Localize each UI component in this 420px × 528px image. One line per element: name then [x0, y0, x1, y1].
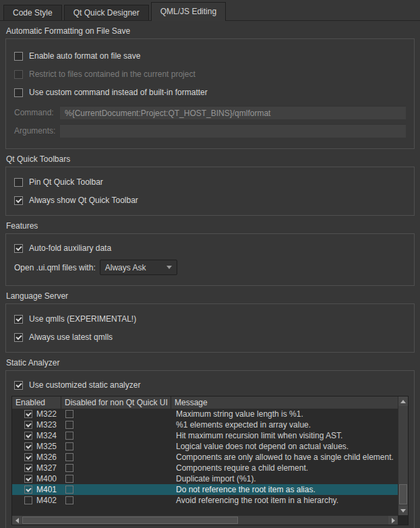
message-cell: Components require a child element.: [171, 463, 398, 473]
restrict-files-checkbox: [14, 70, 23, 79]
tab-code-style[interactable]: Code Style: [3, 5, 62, 20]
use-custom-analyzer-checkbox[interactable]: [14, 381, 23, 390]
vertical-scroll-thumb[interactable]: [399, 484, 407, 504]
latest-qmlls-checkbox[interactable]: [14, 333, 23, 342]
disabled-non-ui-cell: [61, 486, 171, 494]
message-code: M402: [36, 496, 57, 505]
table-row[interactable]: M402 Avoid referencing the root item in …: [12, 495, 398, 506]
enabled-checkbox[interactable]: [24, 453, 32, 461]
command-input: [60, 106, 406, 119]
tab-qt-quick-designer[interactable]: Qt Quick Designer: [64, 5, 149, 20]
open-with-selected-value: Always Ask: [105, 263, 146, 272]
enable-auto-format-label: Enable auto format on file save: [29, 51, 140, 61]
pin-toolbar-label: Pin Qt Quick Toolbar: [29, 177, 103, 187]
disabled-non-ui-cell: [61, 432, 171, 440]
scroll-down-button[interactable]: [398, 506, 408, 515]
scroll-up-button[interactable]: [398, 397, 408, 406]
message-cell: Maximum string value length is %1.: [171, 409, 398, 419]
disabled-non-ui-checkbox[interactable]: [65, 421, 73, 429]
message-code: M324: [36, 431, 57, 440]
message-cell: %1 elements expected in array value.: [171, 420, 398, 430]
enabled-checkbox[interactable]: [24, 421, 32, 429]
enabled-cell: M327: [12, 463, 61, 473]
chevron-down-icon: [167, 266, 172, 269]
table-row[interactable]: M400 Duplicate import (%1).: [12, 473, 398, 484]
left-arrow-icon: [16, 518, 19, 523]
command-row: Command:: [14, 106, 406, 119]
autofold-checkbox[interactable]: [14, 244, 23, 253]
enabled-checkbox[interactable]: [24, 486, 32, 494]
arguments-label: Arguments:: [14, 126, 60, 136]
enabled-checkbox[interactable]: [24, 496, 32, 504]
message-cell: Do not reference the root item as alias.: [171, 485, 398, 494]
use-qmlls-row: Use qmlls (EXPERIMENTAL!): [14, 314, 406, 324]
arguments-input: [60, 124, 406, 138]
horizontal-scrollbar[interactable]: [12, 515, 398, 525]
up-arrow-icon: [400, 400, 406, 403]
table-row[interactable]: M327 Components require a child element.: [12, 463, 398, 473]
pin-toolbar-checkbox[interactable]: [14, 178, 23, 187]
horizontal-scroll-thumb[interactable]: [22, 517, 238, 524]
message-code: M323: [36, 420, 57, 430]
message-cell: Hit maximum recursion limit when visitin…: [171, 431, 398, 440]
autofold-label: Auto-fold auxiliary data: [29, 243, 111, 253]
use-qmlls-checkbox[interactable]: [14, 315, 23, 324]
open-with-dropdown[interactable]: Always Ask: [100, 260, 177, 275]
disabled-non-ui-checkbox[interactable]: [65, 442, 73, 450]
analyzer-table-main: Enabled Disabled for non Qt Quick UI Mes…: [12, 397, 398, 515]
disabled-non-ui-checkbox[interactable]: [65, 453, 73, 461]
vertical-scrollbar[interactable]: [398, 397, 408, 515]
table-row[interactable]: M324 Hit maximum recursion limit when vi…: [12, 430, 398, 441]
restrict-files-label: Restrict to files contained in the curre…: [29, 69, 196, 79]
enabled-cell: M323: [12, 420, 61, 430]
table-row[interactable]: M325 Logical value does not depend on ac…: [12, 441, 398, 452]
custom-command-checkbox[interactable]: [14, 88, 23, 97]
vertical-scroll-track[interactable]: [398, 406, 408, 506]
section-title-features: Features: [6, 221, 414, 231]
column-header-enabled: Enabled: [12, 397, 61, 409]
disabled-non-ui-checkbox[interactable]: [65, 496, 73, 504]
disabled-non-ui-cell: [61, 475, 171, 483]
message-cell: Duplicate import (%1).: [171, 474, 398, 483]
open-with-row: Open .ui.qml files with: Always Ask: [14, 260, 406, 275]
enabled-checkbox[interactable]: [24, 475, 32, 483]
message-code: M322: [36, 409, 57, 419]
column-header-message: Message: [171, 397, 398, 409]
enabled-checkbox[interactable]: [24, 464, 32, 472]
table-row[interactable]: M323 %1 elements expected in array value…: [12, 419, 398, 430]
table-row[interactable]: M326 Components are only allowed to have…: [12, 452, 398, 463]
disabled-non-ui-checkbox[interactable]: [65, 475, 73, 483]
enabled-cell: M325: [12, 442, 61, 451]
use-custom-analyzer-label: Use customized static analyzer: [29, 380, 140, 390]
scroll-left-button[interactable]: [12, 516, 22, 525]
enable-auto-format-row: Enable auto format on file save: [14, 51, 406, 61]
table-row[interactable]: M322 Maximum string value length is %1.: [12, 409, 398, 419]
section-title-language-server: Language Server: [6, 291, 414, 301]
always-show-toolbar-row: Always show Qt Quick Toolbar: [14, 196, 406, 205]
disabled-non-ui-checkbox[interactable]: [65, 464, 73, 472]
enabled-checkbox[interactable]: [24, 410, 32, 418]
column-header-disabled-non-ui: Disabled for non Qt Quick UI: [61, 397, 171, 409]
use-custom-analyzer-row: Use customized static analyzer: [14, 380, 409, 390]
horizontal-scroll-track[interactable]: [22, 516, 388, 525]
disabled-non-ui-checkbox[interactable]: [65, 410, 73, 418]
scroll-right-button[interactable]: [388, 516, 398, 525]
message-cell: Avoid referencing the root item in a hie…: [171, 496, 398, 505]
disabled-non-ui-cell: [61, 410, 171, 418]
analyzer-messages-table: Enabled Disabled for non Qt Quick UI Mes…: [11, 396, 409, 525]
disabled-non-ui-checkbox[interactable]: [65, 486, 73, 494]
latest-qmlls-label: Always use latest qmlls: [29, 332, 113, 342]
enabled-checkbox[interactable]: [24, 432, 32, 440]
command-label: Command:: [14, 108, 60, 117]
always-show-toolbar-checkbox[interactable]: [14, 196, 23, 205]
disabled-non-ui-checkbox[interactable]: [65, 432, 73, 440]
table-row[interactable]: M401 Do not reference the root item as a…: [12, 484, 398, 495]
enabled-cell: M322: [12, 409, 61, 419]
arguments-row: Arguments:: [14, 124, 406, 138]
settings-tab-bar: Code Style Qt Quick Designer QML/JS Edit…: [0, 0, 420, 21]
enabled-checkbox[interactable]: [24, 442, 32, 450]
tab-qml-js-editing[interactable]: QML/JS Editing: [151, 2, 226, 21]
disabled-non-ui-cell: [61, 496, 171, 504]
enable-auto-format-checkbox[interactable]: [14, 52, 23, 61]
custom-command-label: Use custom command instead of built-in f…: [29, 88, 208, 97]
